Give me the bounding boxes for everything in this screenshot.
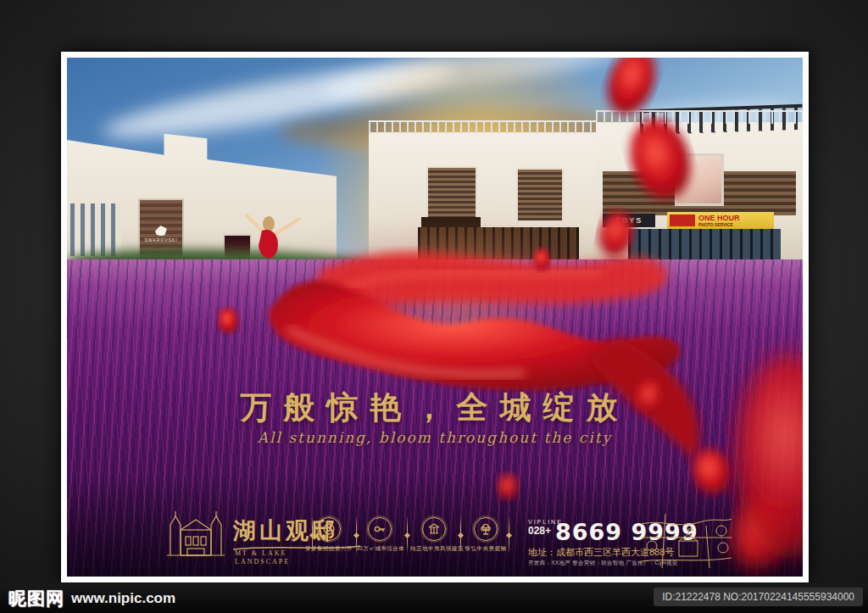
feature-badge-landscape: 恢弘中央景观轴: [462, 517, 509, 553]
feature-badge-quality: 某某集团品质力作: [305, 517, 353, 553]
site-watermark-bar: 昵图网 www.nipic.com ID:21222478 NO:2017022…: [0, 583, 868, 613]
divider: [407, 515, 408, 554]
silk-dancer-petals-art: [67, 58, 803, 577]
badge-label: 某某集团品质力作: [305, 545, 353, 553]
poster-headline: 万般惊艳，全城绽放: [67, 387, 803, 429]
poster-subheadline: All stunning, bloom throughout the city: [67, 429, 803, 446]
page: SWAROVSKI GIORGIO ARMANI: [0, 0, 868, 613]
dancer-figure: [247, 215, 299, 259]
location-map-sketch: [640, 509, 733, 573]
tree-icon: [474, 517, 498, 541]
badge-label: 30万㎡城市综合体: [356, 545, 403, 553]
feature-badge-architecture: 纯正地中海风情建筑: [410, 517, 458, 553]
badge-label: 纯正地中海风情建筑: [410, 545, 458, 553]
castle-logo-icon: [165, 508, 226, 557]
site-logo[interactable]: 昵图网: [8, 587, 64, 610]
logo-name-en: MT & LAKE LANDSCAPE: [235, 549, 290, 566]
site-url[interactable]: www.nipic.com: [71, 590, 175, 607]
logo-en-line1: MT & LAKE: [235, 549, 290, 558]
logo-en-line2: LANDSCAPE: [235, 558, 290, 566]
badge-label: 恢弘中央景观轴: [462, 545, 509, 553]
poster-image[interactable]: SWAROVSKI GIORGIO ARMANI: [61, 52, 809, 582]
aperture-icon: [317, 517, 341, 541]
poster-scene: SWAROVSKI GIORGIO ARMANI: [67, 58, 803, 577]
feature-badge-complex: 30万㎡城市综合体: [356, 517, 403, 553]
pavilion-icon: [422, 517, 446, 541]
key-icon: [368, 517, 392, 541]
image-id-badge: ID:21222478 NO:20170224145555934000: [654, 588, 863, 606]
